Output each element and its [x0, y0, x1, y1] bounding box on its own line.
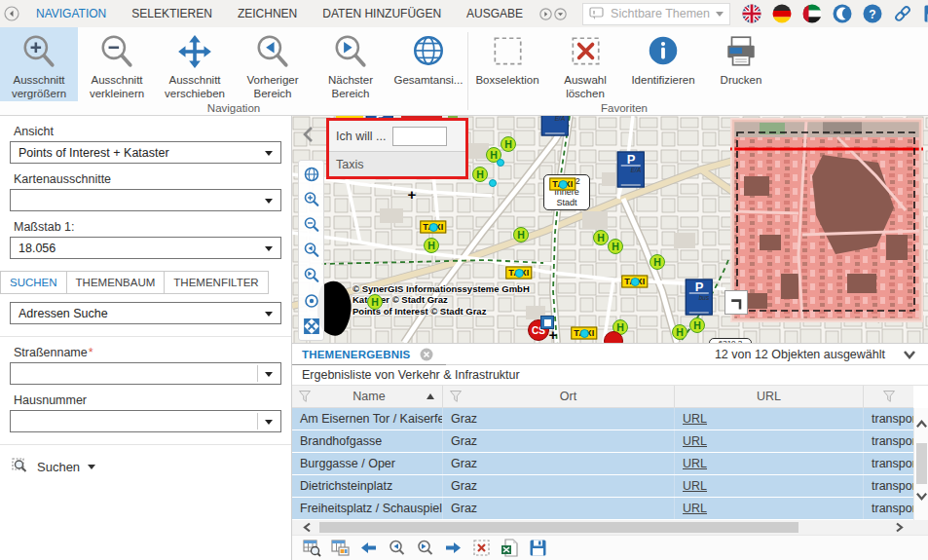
table-row[interactable]: Am Eisernen Tor / KaiserfeldgasseGrazURL…	[292, 408, 913, 430]
map-zoom-in-icon[interactable]	[303, 191, 320, 208]
tab-suchen[interactable]: SUCHEN	[0, 271, 67, 294]
scroll-down-icon[interactable]	[915, 490, 928, 503]
poi-h-marker[interactable]: H	[513, 227, 529, 243]
overview-globe-icon[interactable]	[303, 166, 320, 183]
last-record-icon[interactable]	[444, 539, 463, 557]
poi-h-marker[interactable]: H	[608, 239, 623, 254]
show-in-map-icon[interactable]	[331, 539, 350, 557]
filter-icon[interactable]	[449, 390, 463, 403]
zoom-in-button[interactable]: Ausschnitt vergrößern	[0, 27, 78, 101]
save-results-icon[interactable]	[529, 539, 547, 557]
center-map-icon[interactable]	[303, 292, 320, 310]
previous-record-icon[interactable]	[388, 539, 406, 557]
clear-result-selection-icon[interactable]	[472, 539, 491, 557]
collapse-panel-icon[interactable]	[301, 125, 316, 144]
map-viewport[interactable]: © SynerGIS Informationssysteme GmbH Kata…	[292, 116, 928, 343]
filter-icon[interactable]	[298, 390, 312, 403]
next-record-icon[interactable]	[416, 539, 434, 557]
map-next-extent-icon[interactable]	[303, 267, 320, 284]
link-icon[interactable]	[893, 4, 912, 23]
ansicht-dropdown[interactable]: Points of Interest + Kataster	[10, 141, 281, 164]
menu-item-zeichnen[interactable]: ZEICHNEN	[238, 7, 297, 20]
menu-item-navigation[interactable]: NAVIGATION	[36, 7, 106, 20]
print-button[interactable]: Drucken	[702, 27, 780, 101]
taxi-marker[interactable]: TAXI	[420, 221, 446, 234]
close-icon[interactable]	[420, 348, 433, 361]
tab-themenergebnis[interactable]: THEMENERGEBNIS	[302, 349, 410, 360]
url-link[interactable]: URL	[683, 412, 707, 426]
next-extent-button[interactable]: Nächster Bereich	[312, 27, 390, 101]
full-screen-icon[interactable]	[303, 317, 320, 335]
url-link[interactable]: URL	[683, 434, 707, 448]
poi-h-marker[interactable]: H	[424, 238, 439, 253]
more-tabs-icon[interactable]	[554, 8, 567, 20]
menu-item-daten-hinzufuegen[interactable]: DATEN HINZUFÜGEN	[322, 7, 441, 20]
map-zoom-out-icon[interactable]	[303, 216, 320, 234]
map-previous-extent-icon[interactable]	[303, 242, 320, 259]
poi-h-marker[interactable]: H	[593, 230, 609, 245]
poi-h-marker[interactable]: H	[501, 136, 516, 152]
search-type-dropdown[interactable]: Adressen Suche	[10, 302, 281, 324]
poi-h-marker[interactable]: H	[672, 324, 687, 340]
massstab-dropdown[interactable]: 18.056	[10, 237, 281, 259]
poi-h-marker[interactable]: H	[367, 294, 383, 310]
url-link[interactable]: URL	[683, 502, 707, 515]
taxi-marker[interactable]: TAXI	[549, 178, 575, 191]
scroll-tabs-left-icon[interactable]	[4, 6, 19, 21]
scrollbar-thumb[interactable]	[916, 443, 927, 484]
ich-will-item-taxis[interactable]: Taxis	[329, 151, 465, 176]
previous-extent-button[interactable]: Vorheriger Bereich	[234, 27, 312, 101]
url-link[interactable]: URL	[683, 457, 707, 470]
flag-uk-icon[interactable]	[742, 4, 761, 23]
ich-will-panel[interactable]: Ich will ... Taxis	[326, 118, 468, 179]
export-excel-icon[interactable]	[501, 539, 519, 557]
crescent-icon[interactable]	[833, 4, 852, 23]
zoom-out-button[interactable]: Ausschnitt verkleinern	[78, 27, 156, 101]
parking-marker[interactable]: Pbus	[686, 280, 713, 316]
url-link[interactable]: URL	[683, 479, 707, 493]
table-row[interactable]: Freiheitsplatz / SchauspielhausGrazURLtr…	[292, 498, 913, 520]
tab-themenbaum[interactable]: THEMENBAUM	[67, 271, 166, 294]
chevron-down-icon[interactable]	[903, 349, 916, 360]
taxi-marker[interactable]: TAXI	[505, 267, 532, 280]
parking-marker[interactable]: PE/A	[541, 116, 569, 136]
scroll-right-icon[interactable]	[893, 522, 905, 533]
ich-will-input[interactable]	[392, 127, 447, 146]
poi-h-marker[interactable]: H	[650, 254, 665, 270]
overview-toggle-button[interactable]	[724, 290, 748, 315]
menu-item-ausgabe[interactable]: AUSGABE	[466, 7, 523, 20]
filter-icon[interactable]	[882, 390, 896, 403]
box-select-button[interactable]: Boxselektion	[468, 27, 546, 101]
scroll-tabs-right-icon[interactable]	[539, 8, 552, 20]
flag-germany-icon[interactable]	[772, 4, 792, 23]
overview-map[interactable]	[730, 118, 923, 322]
column-header-filter[interactable]	[864, 386, 913, 407]
kartenausschnitte-dropdown[interactable]	[10, 189, 281, 211]
vertical-scrollbar[interactable]	[913, 408, 928, 520]
poi-h-marker[interactable]: H	[689, 317, 705, 333]
strassenname-input[interactable]	[10, 362, 281, 385]
identify-button[interactable]: Identifizieren	[624, 27, 702, 101]
visible-themes-dropdown[interactable]: Sichtbare Themen	[582, 3, 730, 25]
parking-marker[interactable]: PE/A	[617, 152, 645, 188]
save-session-icon[interactable]	[923, 4, 928, 23]
clear-selection-button[interactable]: Auswahl löschen	[546, 27, 624, 101]
scrollbar-thumb[interactable]	[319, 522, 798, 533]
pan-button[interactable]: Ausschnitt verschieben	[156, 27, 234, 101]
hausnummer-input[interactable]	[10, 410, 281, 432]
zoom-to-results-icon[interactable]	[303, 539, 321, 557]
table-row[interactable]: DietrichsteinplatzGrazURLtransport	[292, 475, 913, 498]
first-record-icon[interactable]	[359, 539, 378, 557]
table-row[interactable]: Burggasse / OperGrazURLtransport	[292, 453, 913, 475]
table-row[interactable]: BrandhofgasseGrazURLtransport	[292, 430, 913, 453]
flag-uae-icon[interactable]	[802, 4, 822, 23]
tab-themenfilter[interactable]: THEMENFILTER	[165, 271, 268, 294]
scroll-up-icon[interactable]	[915, 418, 928, 430]
menu-item-selektieren[interactable]: SELEKTIEREN	[131, 7, 212, 20]
taxi-marker[interactable]: TAXI	[571, 327, 597, 340]
full-extent-button[interactable]: Gesamtansi...	[390, 27, 467, 101]
taxi-marker[interactable]: TAXI	[621, 276, 648, 288]
column-header-name[interactable]: Name	[292, 386, 443, 407]
suchen-button[interactable]: Suchen	[12, 458, 291, 475]
column-header-url[interactable]: URL	[675, 386, 864, 407]
